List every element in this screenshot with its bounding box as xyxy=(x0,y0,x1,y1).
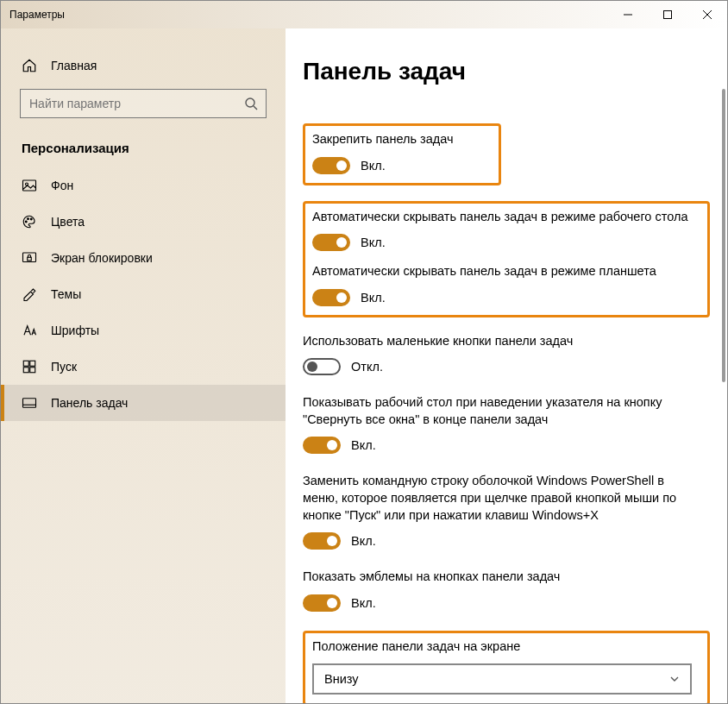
home-label: Главная xyxy=(51,59,97,72)
toggle-state: Вкл. xyxy=(351,596,376,610)
toggle-row: Вкл. xyxy=(312,289,700,306)
themes-icon xyxy=(22,286,37,302)
toggle-badges[interactable] xyxy=(303,594,341,612)
svg-rect-12 xyxy=(28,257,32,261)
svg-point-10 xyxy=(30,218,32,220)
sidebar-item-background[interactable]: Фон xyxy=(1,167,286,204)
toggle-row: Вкл. xyxy=(303,532,720,550)
toggle-state: Вкл. xyxy=(361,291,386,305)
titlebar: Параметры xyxy=(1,1,727,28)
sidebar-item-label: Темы xyxy=(51,287,81,301)
svg-point-4 xyxy=(246,98,254,107)
sidebar-item-label: Шрифты xyxy=(51,324,99,337)
close-icon xyxy=(703,10,712,19)
setting-label: Показывать рабочий стол при наведении ук… xyxy=(303,394,682,428)
search-wrap xyxy=(20,89,267,118)
window-body: Главная Персонализация Фон Цвета Экран б… xyxy=(1,28,727,703)
setting-label: Заменить командную строку оболочкой Wind… xyxy=(303,473,682,524)
sidebar-item-lockscreen[interactable]: Экран блокировки xyxy=(1,240,286,276)
toggle-powershell[interactable] xyxy=(303,532,341,550)
sidebar-item-label: Экран блокировки xyxy=(51,251,153,265)
titlebar-controls xyxy=(608,1,727,28)
svg-rect-1 xyxy=(664,11,672,19)
sidebar-item-themes[interactable]: Темы xyxy=(1,276,286,312)
toggle-state: Вкл. xyxy=(351,438,376,452)
toggle-state: Вкл. xyxy=(351,534,376,548)
svg-line-5 xyxy=(254,106,257,110)
settings-window: Параметры Главная xyxy=(0,0,728,704)
page-title: Панель задач xyxy=(303,58,720,85)
sidebar-item-taskbar[interactable]: Панель задач xyxy=(1,385,286,421)
sidebar-item-fonts[interactable]: Шрифты xyxy=(1,312,286,349)
svg-rect-13 xyxy=(23,361,28,366)
close-button[interactable] xyxy=(687,1,727,28)
toggle-row: Откл. xyxy=(303,358,720,375)
taskbar-icon xyxy=(22,395,37,411)
setting-powershell: Заменить командную строку оболочкой Wind… xyxy=(303,473,720,550)
dropdown-value: Внизу xyxy=(324,672,359,686)
sidebar-item-label: Цвета xyxy=(51,215,85,229)
sidebar-item-label: Пуск xyxy=(51,360,77,374)
content-panel: Панель задач Закрепить панель задач Вкл.… xyxy=(286,28,727,703)
search-icon xyxy=(244,97,258,110)
picture-icon xyxy=(22,178,37,193)
sidebar-item-label: Панель задач xyxy=(51,396,128,410)
svg-point-8 xyxy=(25,221,27,223)
svg-point-9 xyxy=(28,218,29,220)
toggle-row: Вкл. xyxy=(312,234,700,251)
sidebar-item-label: Фон xyxy=(51,179,73,192)
window-title: Параметры xyxy=(9,9,65,21)
svg-rect-16 xyxy=(30,368,35,373)
dropdown-position[interactable]: Внизу xyxy=(312,663,692,695)
toggle-autohide-desktop[interactable] xyxy=(312,234,350,251)
setting-lock-taskbar: Закрепить панель задач Вкл. xyxy=(312,131,492,174)
toggle-row: Вкл. xyxy=(303,594,720,612)
minimize-icon xyxy=(624,10,632,19)
scrollbar[interactable] xyxy=(722,89,725,382)
sidebar-item-start[interactable]: Пуск xyxy=(1,349,286,385)
setting-autohide-tablet: Автоматически скрывать панель задач в ре… xyxy=(312,263,700,306)
palette-icon xyxy=(22,214,37,229)
svg-rect-15 xyxy=(23,368,28,373)
toggle-row: Вкл. xyxy=(312,157,492,174)
toggle-state: Вкл. xyxy=(361,236,386,249)
highlight-box-2: Автоматически скрывать панель задач в ре… xyxy=(303,201,710,317)
toggle-small-buttons[interactable] xyxy=(303,358,341,375)
setting-autohide-desktop: Автоматически скрывать панель задач в ре… xyxy=(312,209,700,252)
lockscreen-icon xyxy=(22,250,37,266)
toggle-state: Откл. xyxy=(351,360,383,374)
start-icon xyxy=(22,359,37,374)
setting-small-buttons: Использовать маленькие кнопки панели зад… xyxy=(303,333,720,376)
maximize-button[interactable] xyxy=(648,1,687,28)
toggle-peek[interactable] xyxy=(303,437,341,454)
setting-label: Автоматически скрывать панель задач в ре… xyxy=(312,263,692,280)
toggle-lock[interactable] xyxy=(312,157,350,174)
highlight-box-3: Положение панели задач на экране Внизу xyxy=(303,631,710,703)
minimize-button[interactable] xyxy=(608,1,648,28)
setting-label: Использовать маленькие кнопки панели зад… xyxy=(303,333,682,350)
category-heading: Персонализация xyxy=(1,137,286,167)
home-link[interactable]: Главная xyxy=(1,53,286,89)
toggle-autohide-tablet[interactable] xyxy=(312,289,350,306)
home-icon xyxy=(22,58,37,73)
search-input[interactable] xyxy=(20,89,267,118)
chevron-down-icon xyxy=(669,674,680,684)
svg-rect-17 xyxy=(23,399,36,408)
setting-peek-desktop: Показывать рабочий стол при наведении ук… xyxy=(303,394,720,454)
maximize-icon xyxy=(663,10,672,19)
setting-label: Автоматически скрывать панель задач в ре… xyxy=(312,209,692,226)
svg-rect-14 xyxy=(30,361,35,366)
setting-label: Показать эмблемы на кнопках панели задач xyxy=(303,569,682,586)
setting-taskbar-position: Положение панели задач на экране Внизу xyxy=(312,638,700,695)
setting-badges: Показать эмблемы на кнопках панели задач… xyxy=(303,569,720,612)
sidebar: Главная Персонализация Фон Цвета Экран б… xyxy=(1,28,286,703)
toggle-state: Вкл. xyxy=(361,159,386,173)
setting-label: Положение панели задач на экране xyxy=(312,638,692,656)
toggle-row: Вкл. xyxy=(303,437,720,454)
highlight-box-1: Закрепить панель задач Вкл. xyxy=(303,123,501,185)
setting-label: Закрепить панель задач xyxy=(312,131,492,148)
fonts-icon xyxy=(22,323,37,338)
sidebar-item-colors[interactable]: Цвета xyxy=(1,204,286,240)
